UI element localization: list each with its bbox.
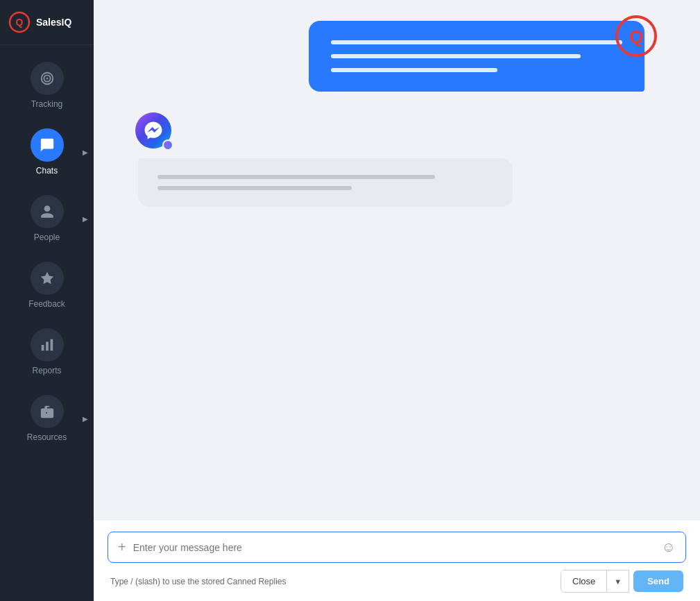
canned-hint: Type / (slash) to use the stored Canned … xyxy=(110,577,286,586)
bubble-line-3 xyxy=(331,68,497,72)
messenger-icon xyxy=(143,120,164,141)
resources-icon-wrap xyxy=(31,395,64,428)
attach-button[interactable]: + xyxy=(118,539,126,555)
chat-icon xyxy=(40,137,55,153)
reports-icon-wrap xyxy=(31,328,64,362)
sidebar: Q SalesIQ Tracking Chats ▶ xyxy=(0,0,94,601)
star-icon xyxy=(40,271,55,286)
message-input[interactable] xyxy=(133,542,655,553)
svg-rect-8 xyxy=(45,411,49,412)
bubble-line-1 xyxy=(331,40,622,44)
svg-text:Q: Q xyxy=(16,17,24,28)
outgoing-bubble xyxy=(309,21,644,92)
chat-area xyxy=(94,0,700,520)
reports-label: Reports xyxy=(32,366,61,375)
app-name: SalesIQ xyxy=(36,17,71,28)
salesiq-logo-icon: Q xyxy=(8,11,31,33)
emoji-button[interactable]: ☺ xyxy=(662,539,676,555)
svg-rect-5 xyxy=(41,345,44,350)
briefcase-icon xyxy=(40,404,55,419)
bubble-in-line-1 xyxy=(157,175,435,179)
main-content: Q xyxy=(94,0,700,601)
outgoing-message xyxy=(121,21,672,92)
sidebar-item-reports[interactable]: Reports xyxy=(0,319,94,385)
sidebar-nav: Tracking Chats ▶ People ▶ xyxy=(0,45,94,601)
feedback-icon-wrap xyxy=(31,262,64,295)
tracking-icon-wrap xyxy=(31,62,64,95)
incoming-bubble xyxy=(138,158,513,207)
bubble-line-2 xyxy=(331,54,581,58)
sidebar-item-resources[interactable]: Resources ▶ xyxy=(0,385,94,452)
sidebar-item-people[interactable]: People ▶ xyxy=(0,185,94,252)
people-chevron: ▶ xyxy=(83,215,88,223)
svg-rect-6 xyxy=(46,341,49,350)
chats-label: Chats xyxy=(36,166,58,176)
close-button[interactable]: Close xyxy=(561,570,607,592)
close-dropdown-button[interactable]: ▼ xyxy=(607,572,629,591)
people-label: People xyxy=(34,232,60,242)
tracking-label: Tracking xyxy=(31,99,63,109)
target-icon xyxy=(40,71,55,86)
bar-chart-icon xyxy=(40,337,55,353)
bottom-bar: Type / (slash) to use the stored Canned … xyxy=(108,570,686,593)
message-input-row: + ☺ xyxy=(108,532,686,563)
person-icon xyxy=(40,204,55,219)
incoming-message xyxy=(121,112,672,207)
svg-text:Q: Q xyxy=(629,26,643,47)
svg-point-4 xyxy=(46,78,48,80)
sidebar-item-feedback[interactable]: Feedback xyxy=(0,252,94,319)
sidebar-item-chats[interactable]: Chats ▶ xyxy=(0,119,94,185)
chats-chevron: ▶ xyxy=(83,149,88,156)
bubble-in-line-2 xyxy=(157,186,352,190)
input-area: + ☺ Type / (slash) to use the stored Can… xyxy=(94,520,700,601)
bottom-actions: Close ▼ Send xyxy=(561,570,683,593)
sidebar-item-tracking[interactable]: Tracking xyxy=(0,52,94,119)
salesiq-logo-top-right: Q xyxy=(614,14,658,61)
feedback-label: Feedback xyxy=(28,299,65,309)
close-button-group: Close ▼ xyxy=(561,570,629,593)
sidebar-logo: Q SalesIQ xyxy=(0,0,94,45)
people-icon-wrap xyxy=(31,195,64,228)
svg-rect-7 xyxy=(50,339,53,351)
chats-icon-wrap xyxy=(31,128,64,162)
resources-chevron: ▶ xyxy=(83,415,88,423)
resources-label: Resources xyxy=(27,432,67,442)
send-button[interactable]: Send xyxy=(633,570,683,592)
